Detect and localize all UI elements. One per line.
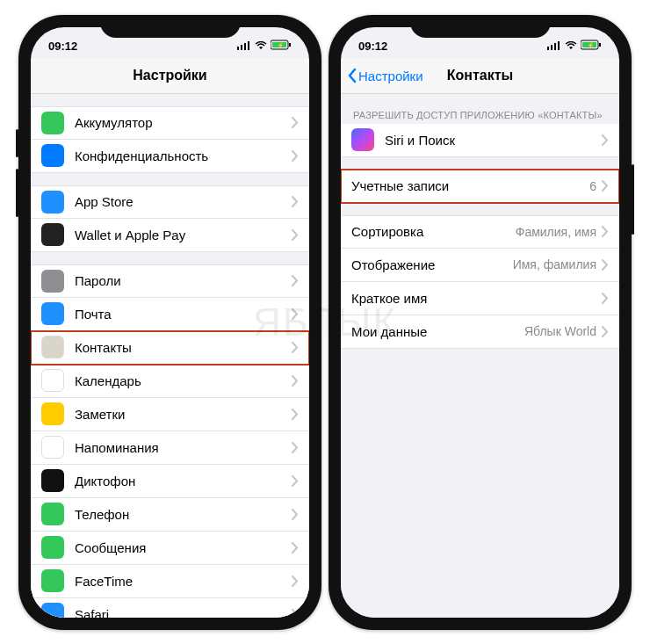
row-label: Напоминания [75, 440, 292, 455]
svg-rect-9 [551, 45, 552, 50]
row-label: Краткое имя [351, 291, 602, 306]
chevron-right-icon [292, 609, 299, 618]
row-label: Отображение [351, 257, 513, 272]
navbar-right: Настройки Контакты [341, 59, 619, 94]
app-icon [41, 336, 64, 358]
row-label: Мои данные [351, 324, 524, 339]
chevron-right-icon [602, 180, 609, 192]
settings-row[interactable]: Напоминания [31, 431, 309, 465]
settings-row[interactable]: Пароли [31, 264, 309, 298]
svg-rect-10 [554, 43, 556, 50]
back-button[interactable]: Настройки [348, 68, 423, 83]
settings-row[interactable]: Конфиденциальность [31, 140, 309, 173]
status-icons: ⚡ [237, 40, 292, 53]
settings-row[interactable]: Телефон [31, 498, 309, 532]
back-label: Настройки [358, 69, 423, 83]
chevron-right-icon [602, 134, 609, 146]
settings-row[interactable]: Диктофон [31, 465, 309, 498]
row-label: FaceTime [75, 574, 292, 589]
chevron-right-icon [602, 293, 609, 304]
settings-row[interactable]: Календарь [31, 365, 309, 398]
chevron-right-icon [292, 442, 299, 453]
section-header: РАЗРЕШИТЬ ДОСТУП ПРИЛОЖЕНИЮ «КОНТАКТЫ» [341, 106, 619, 124]
chevron-right-icon [292, 150, 299, 162]
settings-row[interactable]: Аккумулятор [31, 106, 309, 140]
chevron-right-icon [292, 308, 299, 320]
svg-rect-1 [241, 45, 242, 50]
chevron-right-icon [292, 275, 299, 286]
chevron-right-icon [292, 475, 299, 487]
settings-row[interactable]: App Store [31, 185, 309, 219]
pref-row[interactable]: Краткое имя [341, 282, 619, 315]
row-label: Контакты [75, 340, 292, 355]
page-title: Настройки [133, 68, 206, 83]
app-icon [41, 112, 64, 134]
wifi-icon [255, 40, 267, 53]
svg-rect-11 [558, 41, 560, 50]
notch [410, 15, 551, 38]
pref-row[interactable]: ОтображениеИмя, фамилия [341, 249, 619, 282]
row-detail: Яблык World [524, 324, 596, 338]
status-time: 09:12 [358, 40, 387, 53]
settings-row[interactable]: Safari [31, 598, 309, 618]
screen-left: 09:12 ⚡ Настройки АккумуляторКонфиденциа… [31, 27, 309, 618]
settings-row[interactable]: Почта [31, 298, 309, 331]
app-icon [41, 436, 64, 459]
row-detail: 6 [589, 179, 596, 193]
app-icon [41, 536, 64, 559]
svg-rect-0 [237, 47, 239, 50]
row-label: Конфиденциальность [75, 148, 292, 163]
page-title: Контакты [447, 68, 513, 83]
app-icon [41, 402, 64, 425]
chevron-right-icon [602, 226, 609, 237]
row-label: Аккумулятор [75, 115, 292, 130]
app-icon [41, 223, 64, 246]
chevron-right-icon [602, 259, 609, 271]
svg-text:⚡: ⚡ [277, 41, 285, 49]
app-icon [41, 469, 64, 492]
contacts-settings[interactable]: РАЗРЕШИТЬ ДОСТУП ПРИЛОЖЕНИЮ «КОНТАКТЫ» S… [341, 94, 619, 618]
chevron-right-icon [292, 117, 299, 128]
row-label: Заметки [75, 407, 292, 422]
app-icon [41, 369, 64, 392]
chevron-right-icon [292, 509, 299, 520]
row-label: Siri и Поиск [385, 133, 602, 148]
row-detail: Имя, фамилия [513, 257, 596, 271]
status-icons: ⚡ [547, 40, 602, 53]
battery-icon: ⚡ [581, 40, 602, 53]
settings-row[interactable]: Wallet и Apple Pay [31, 219, 309, 252]
row-label: Пароли [75, 273, 292, 288]
row-label: Wallet и Apple Pay [75, 228, 292, 242]
svg-rect-6 [289, 43, 291, 47]
row-label: Почта [75, 307, 292, 322]
row-label: Сообщения [75, 540, 292, 555]
row-label: Диктофон [75, 474, 292, 488]
pref-row[interactable]: СортировкаФамилия, имя [341, 215, 619, 249]
row-detail: Фамилия, имя [516, 225, 596, 239]
svg-rect-3 [248, 41, 249, 50]
app-icon [41, 569, 64, 592]
settings-row[interactable]: Контакты [31, 331, 309, 365]
settings-row[interactable]: Сообщения [31, 532, 309, 565]
app-icon [41, 302, 64, 325]
settings-row[interactable]: FaceTime [31, 565, 309, 598]
row-label: Safari [75, 607, 292, 618]
chevron-right-icon [292, 375, 299, 387]
app-icon [41, 503, 64, 525]
chevron-left-icon [348, 68, 357, 83]
app-icon [41, 603, 64, 618]
notch [100, 15, 241, 38]
chevron-right-icon [292, 342, 299, 353]
chevron-right-icon [292, 229, 299, 241]
svg-rect-14 [599, 43, 601, 47]
accounts-row[interactable]: Учетные записи 6 [341, 170, 619, 203]
svg-rect-2 [244, 43, 246, 50]
pref-row[interactable]: Мои данныеЯблык World [341, 315, 619, 349]
battery-icon: ⚡ [271, 40, 292, 53]
settings-row[interactable]: Заметки [31, 398, 309, 431]
siri-search-row[interactable]: Siri и Поиск [341, 124, 619, 157]
phone-frame-right: 09:12 ⚡ Настройки Контакты РАЗРЕШИТЬ ДОС… [329, 15, 632, 630]
chevron-right-icon [292, 409, 299, 420]
settings-list[interactable]: АккумуляторКонфиденциальностьApp StoreWa… [31, 94, 309, 618]
app-icon [41, 144, 64, 167]
